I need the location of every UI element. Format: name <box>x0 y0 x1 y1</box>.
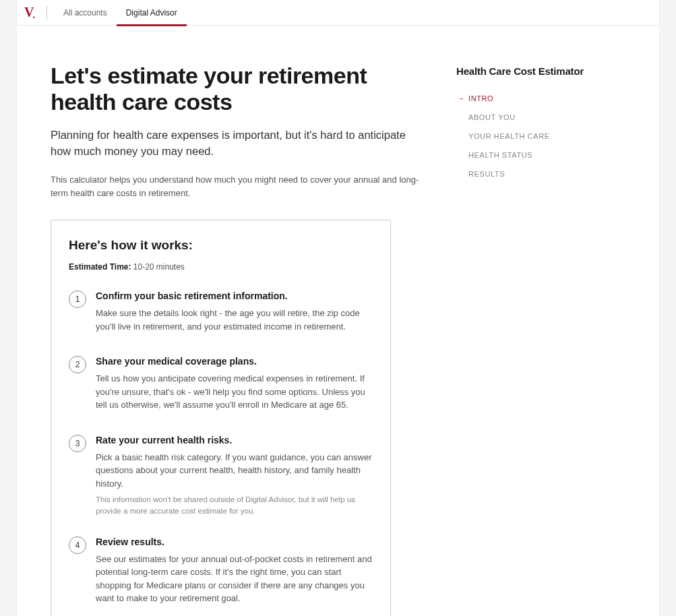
step-number-badge: 2 <box>69 356 86 373</box>
nav-links: All accountsDigital Advisor <box>54 0 187 26</box>
step-1: 1 Confirm your basic retirement informat… <box>69 290 373 337</box>
sidebar-item-results[interactable]: →RESULTS <box>456 164 638 183</box>
step-title: Share your medical coverage plans. <box>96 356 373 367</box>
nav-divider <box>47 6 47 20</box>
sidebar-item-intro[interactable]: →INTRO <box>456 89 638 108</box>
step-title: Review results. <box>96 536 373 547</box>
arrow-right-icon: → <box>456 94 466 102</box>
sidebar-item-about-you[interactable]: →ABOUT YOU <box>456 108 638 127</box>
sidebar-item-label: RESULTS <box>468 170 505 178</box>
step-title: Rate your current health risks. <box>96 435 373 445</box>
sidebar-item-health-status[interactable]: →HEALTH STATUS <box>456 146 638 164</box>
step-number-badge: 3 <box>69 435 86 452</box>
sidebar-item-label: HEALTH STATUS <box>468 151 532 159</box>
step-4: 4 Review results. See our estimates for … <box>69 536 373 609</box>
sidebar: Health Care Cost Estimator →INTRO→ABOUT … <box>456 63 638 616</box>
step-2: 2 Share your medical coverage plans. Tel… <box>69 356 373 416</box>
nav-link-digital-advisor[interactable]: Digital Advisor <box>117 0 187 26</box>
sidebar-items: →INTRO→ABOUT YOU→YOUR HEALTH CARE→HEALTH… <box>456 89 638 183</box>
sidebar-item-your-health-care[interactable]: →YOUR HEALTH CARE <box>456 127 638 146</box>
sidebar-item-label: ABOUT YOU <box>468 113 516 121</box>
logo-icon[interactable]: V. <box>22 5 38 21</box>
step-note: This information won't be shared outside… <box>96 494 373 518</box>
estimated-time: Estimated Time: 10-20 minutes <box>69 262 373 272</box>
step-number-badge: 1 <box>69 290 86 308</box>
page-subtext: This calculator helps you understand how… <box>51 173 428 199</box>
step-title: Confirm your basic retirement informatio… <box>96 290 373 301</box>
step-number-badge: 4 <box>69 536 86 554</box>
nav-link-all-accounts[interactable]: All accounts <box>54 0 117 26</box>
step-desc: Pick a basic health risk category. If yo… <box>96 451 373 491</box>
step-desc: See our estimates for your annual out-of… <box>96 553 373 605</box>
card-title: Here's how it works: <box>69 238 373 253</box>
page-title: Let's estimate your retirement health ca… <box>51 63 428 115</box>
sidebar-item-label: YOUR HEALTH CARE <box>468 132 550 140</box>
main-content: Let's estimate your retirement health ca… <box>51 63 428 616</box>
step-desc: Make sure the details look right - the a… <box>96 307 373 333</box>
how-it-works-card: Here's how it works: Estimated Time: 10-… <box>51 220 391 616</box>
est-time-label: Estimated Time: <box>69 262 131 272</box>
sidebar-item-label: INTRO <box>468 94 493 102</box>
sidebar-title: Health Care Cost Estimator <box>456 65 638 77</box>
steps-list: 1 Confirm your basic retirement informat… <box>69 290 373 609</box>
step-3: 3 Rate your current health risks. Pick a… <box>69 435 373 518</box>
top-nav: V. All accountsDigital Advisor <box>17 0 659 26</box>
step-desc: Tell us how you anticipate covering medi… <box>96 372 373 412</box>
page-lead: Planning for health care expenses is imp… <box>51 127 428 160</box>
est-time-value: 10-20 minutes <box>133 262 185 272</box>
